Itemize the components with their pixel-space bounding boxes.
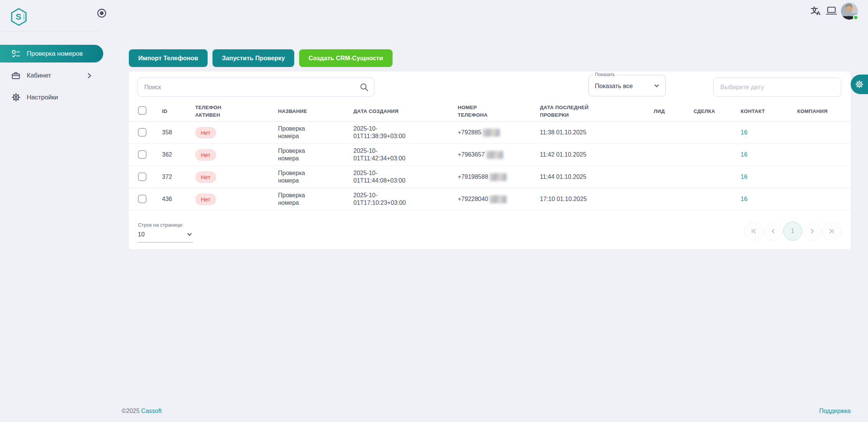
laptop-icon[interactable] <box>826 6 837 16</box>
cell-contact-link[interactable]: 16 <box>741 129 797 136</box>
cell-name: Проверка номера <box>278 147 353 162</box>
sidebar-item-label: Проверка номеров <box>27 50 83 58</box>
sidebar-nav: Проверка номеров Кабинет <box>0 45 104 110</box>
sidebar-collapse-toggle-icon[interactable] <box>96 8 107 19</box>
status-badge: Нет <box>195 171 216 183</box>
select-all-checkbox[interactable] <box>138 106 147 115</box>
show-filter-value: Показать все <box>595 82 633 89</box>
footer-copyright: ©2025 Cassoft <box>122 408 162 414</box>
cell-last-check: 11:42 01.10.2025 <box>540 151 654 158</box>
next-page-button[interactable] <box>803 222 822 241</box>
column-header-contact: КОНТАКТ <box>741 108 797 115</box>
cell-id: 436 <box>162 196 195 203</box>
redacted-phone-mask <box>489 173 507 181</box>
redacted-phone-mask <box>483 129 500 137</box>
sidebar-item-cabinet[interactable]: Кабинет <box>0 67 104 84</box>
table-body: 358 Нет Проверка номера 2025-10-01T11:38… <box>129 122 851 210</box>
column-header-deal: СДЕЛКА <box>694 108 741 115</box>
gear-icon <box>11 93 20 102</box>
svg-text:S: S <box>16 12 21 21</box>
cell-phone: +79228040 <box>458 195 540 203</box>
last-page-button[interactable] <box>822 222 841 241</box>
rows-per-page: Строк на странице: 10 <box>138 222 193 242</box>
cell-created: 2025-10-01T11:44:08+03:00 <box>353 169 458 184</box>
chevron-left-icon <box>769 227 777 235</box>
sidebar-item-settings[interactable]: Настройки <box>0 88 104 106</box>
cell-id: 362 <box>162 151 195 158</box>
avatar[interactable] <box>841 3 858 20</box>
gear-icon <box>855 80 863 88</box>
redacted-phone-mask <box>489 195 507 203</box>
sidebar: S Проверка номеров <box>0 0 104 422</box>
current-page-button[interactable]: 1 <box>783 222 802 241</box>
rows-per-page-select[interactable]: 10 <box>138 231 193 242</box>
chevron-down-icon <box>186 231 193 238</box>
search-icon[interactable] <box>360 83 368 91</box>
chevron-right-icon <box>86 72 93 79</box>
search-field-wrap <box>137 78 374 97</box>
cell-name: Проверка номера <box>278 125 353 140</box>
cell-contact-link[interactable]: 16 <box>741 174 797 180</box>
chevron-right-icon <box>808 227 816 235</box>
row-checkbox[interactable] <box>138 195 147 203</box>
column-header-phone: НОМЕР ТЕЛЕФОНА <box>458 104 540 119</box>
checklist-icon <box>11 49 20 58</box>
cell-phone-active: Нет <box>195 149 278 161</box>
cell-name: Проверка номера <box>278 169 353 184</box>
row-checkbox[interactable] <box>138 128 147 137</box>
sidebar-item-phone-check[interactable]: Проверка номеров <box>0 45 103 62</box>
redacted-phone-mask <box>486 151 503 159</box>
briefcase-icon <box>11 71 20 80</box>
footer-brand-link[interactable]: Cassoft <box>141 408 162 414</box>
table-row: 372 Нет Проверка номера 2025-10-01T11:44… <box>129 166 851 188</box>
column-header-lead: ЛИД <box>654 108 694 115</box>
table-row: 362 Нет Проверка номера 2025-10-01T11:42… <box>129 144 851 166</box>
column-header-phone-active: ТЕЛЕФОН АКТИВЕН <box>195 104 278 119</box>
cell-phone-active: Нет <box>195 193 278 205</box>
run-check-button[interactable]: Запустить Проверку <box>212 49 294 67</box>
cell-last-check: 17:10 01.10.2025 <box>540 196 654 203</box>
search-input[interactable] <box>137 78 374 97</box>
date-picker-input[interactable] <box>713 78 841 97</box>
app-root: S Проверка номеров <box>0 0 868 422</box>
date-field-wrap <box>713 78 841 97</box>
cell-name: Проверка номера <box>278 192 353 207</box>
footer-support-link[interactable]: Поддержка <box>819 408 851 414</box>
panel-settings-button[interactable] <box>851 75 868 94</box>
pager: 1 <box>744 222 841 241</box>
column-header-company: КОМПАНИЯ <box>797 108 851 115</box>
column-header-name: НАЗВАНИЕ <box>278 108 353 115</box>
row-checkbox[interactable] <box>138 172 147 181</box>
cell-contact-link[interactable]: 16 <box>741 151 797 158</box>
column-header-last-check: ДАТА ПОСЛЕДНЕЙ ПРОВЕРКИ <box>540 104 654 119</box>
cell-contact-link[interactable]: 16 <box>741 196 797 203</box>
create-crm-entities-button[interactable]: Создать CRM-Сущности <box>299 49 393 67</box>
show-filter-label: Показать <box>593 72 617 77</box>
column-header-id: ID <box>162 108 195 115</box>
cell-last-check: 11:38 01.10.2025 <box>540 129 654 136</box>
first-page-icon <box>750 227 757 235</box>
import-phones-button[interactable]: Импорт Телефонов <box>129 49 208 67</box>
last-page-icon <box>828 227 836 235</box>
row-checkbox[interactable] <box>138 150 147 159</box>
translate-icon[interactable]: 文 A <box>811 5 823 17</box>
show-filter-select[interactable]: Показать Показать все <box>588 75 666 96</box>
first-page-button[interactable] <box>744 222 763 241</box>
cell-phone: +7963657 <box>458 151 540 159</box>
cell-created: 2025-10-01T17:10:23+03:00 <box>353 192 458 207</box>
rows-per-page-label: Строк на странице: <box>138 222 193 228</box>
phone-check-card: Показать Показать все ID ТЕЛЕФОН АКТИВЕН… <box>129 72 851 249</box>
action-buttons: Импорт Телефонов Запустить Проверку Созд… <box>129 49 393 67</box>
cell-phone-active: Нет <box>195 171 278 183</box>
table-header: ID ТЕЛЕФОН АКТИВЕН НАЗВАНИЕ ДАТА СОЗДАНИ… <box>129 102 851 122</box>
table-row: 358 Нет Проверка номера 2025-10-01T11:38… <box>129 122 851 144</box>
cell-phone-active: Нет <box>195 127 278 139</box>
prev-page-button[interactable] <box>764 222 782 241</box>
sidebar-item-label: Кабинет <box>27 72 51 79</box>
status-badge: Нет <box>195 149 216 161</box>
chevron-down-icon <box>653 82 660 90</box>
cell-id: 372 <box>162 174 195 180</box>
column-header-created: ДАТА СОЗДАНИЯ <box>353 108 458 115</box>
rows-per-page-value: 10 <box>138 231 145 238</box>
brand-logo-icon: S <box>10 8 28 26</box>
